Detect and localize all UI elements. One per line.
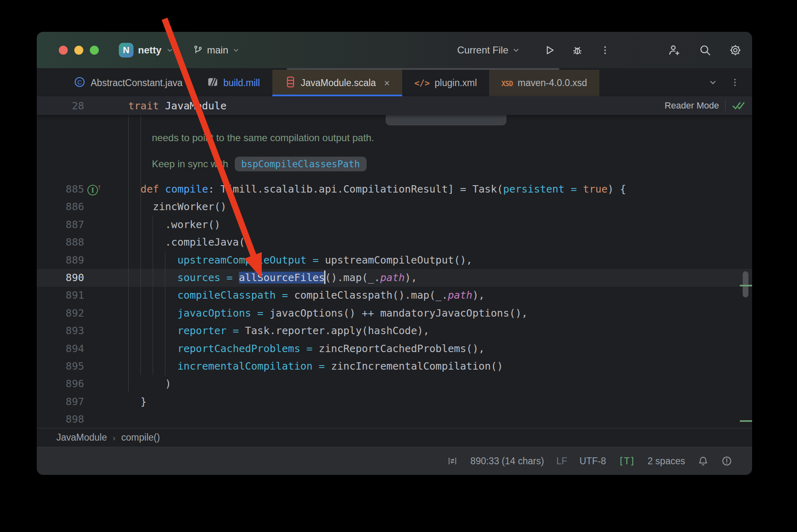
code-token: reporter = xyxy=(177,325,245,337)
line-text: incrementalCompilation = zincIncremental… xyxy=(128,357,503,375)
code-token xyxy=(128,183,140,195)
editor-scrollbar-thumb[interactable] xyxy=(743,271,748,297)
settings-gear-icon[interactable] xyxy=(729,44,742,57)
tab-label: plugin.xml xyxy=(435,78,477,89)
chevron-down-icon xyxy=(512,46,521,55)
more-actions-kebab-icon[interactable] xyxy=(600,45,610,55)
chevron-down-icon xyxy=(166,46,174,54)
code-token: upstreamCompileOutput = xyxy=(177,254,325,266)
code-token: upstreamCompileOutput(), xyxy=(325,254,472,266)
code-token: path xyxy=(448,289,472,301)
code-token: incrementalCompilation = xyxy=(177,360,331,372)
reader-mode-checks-icon[interactable] xyxy=(732,100,746,111)
vcs-branch-widget[interactable]: main xyxy=(193,32,240,68)
line-separator-widget[interactable]: LF xyxy=(556,456,567,467)
code-token: compileClasspath = xyxy=(177,289,294,301)
column-arrows-icon[interactable] xyxy=(447,455,458,467)
analyzer-mark-green xyxy=(740,285,752,286)
project-icon: N xyxy=(119,43,134,58)
ide-error-indicator-icon[interactable] xyxy=(721,455,732,467)
code-token: ), xyxy=(405,272,417,284)
breadcrumb: JavaModule › compile() xyxy=(37,428,752,447)
code-line-896[interactable]: 896 ) xyxy=(37,375,752,392)
code-token: = xyxy=(220,272,239,284)
code-token xyxy=(128,343,177,355)
run-configuration-selector[interactable]: Current File xyxy=(457,44,521,56)
code-token: sources xyxy=(177,272,220,284)
code-token: } xyxy=(128,396,147,408)
code-line-892[interactable]: 892 javacOptions = javacOptions() ++ man… xyxy=(37,304,752,322)
line-number: 898 xyxy=(37,410,84,428)
code-line-890[interactable]: 890 sources = allSourceFiles().map(_.pat… xyxy=(37,269,752,286)
breadcrumb-item-method[interactable]: compile() xyxy=(121,432,160,443)
code-token: javacOptions = xyxy=(177,307,269,319)
code-line-885[interactable]: 885 def compile: T[mill.scalalib.api.Com… xyxy=(37,180,752,198)
code-token: compileClasspath().map(_. xyxy=(294,289,447,301)
code-token: true xyxy=(583,183,608,195)
todo-badge[interactable]: [T] xyxy=(618,456,635,466)
tab-label: JavaModule.scala xyxy=(301,78,376,89)
tab-label: AbstractConstant.java xyxy=(91,78,183,89)
code-token: ) xyxy=(128,378,171,390)
tab-AbstractConstant.java[interactable]: CAbstractConstant.java xyxy=(61,70,195,96)
indent-widget[interactable]: 2 spaces xyxy=(648,456,685,467)
run-button[interactable] xyxy=(543,44,556,56)
line-number: 897 xyxy=(37,393,84,410)
code-line-886[interactable]: 886 zincWorker() xyxy=(37,198,752,215)
tab-build.mill[interactable]: build.mill xyxy=(195,70,272,96)
close-tab-icon[interactable]: × xyxy=(384,78,390,89)
tab-maven-4.0.0.xsd[interactable]: XSDmaven-4.0.0.xsd xyxy=(489,70,599,96)
debug-button[interactable] xyxy=(571,44,583,56)
code-with-me-icon[interactable] xyxy=(668,44,681,57)
code-line-891[interactable]: 891 compileClasspath = compileClasspath(… xyxy=(37,286,752,304)
minimize-window-button[interactable] xyxy=(74,46,83,55)
breadcrumb-item-class[interactable]: JavaModule xyxy=(56,432,107,443)
code-line-893[interactable]: 893 reporter = Task.reporter.apply(hashC… xyxy=(37,322,752,339)
line-number: 895 xyxy=(37,357,84,375)
line-number: 892 xyxy=(37,304,84,322)
close-window-button[interactable] xyxy=(59,46,68,55)
code-line-894[interactable]: 894 reportCachedProblems = zincReportCac… xyxy=(37,340,752,357)
line-text: } xyxy=(128,393,147,410)
line-number: 891 xyxy=(37,286,84,304)
code-token: JavaModule xyxy=(165,100,227,112)
code-token: persistent xyxy=(503,183,565,195)
line-number: 887 xyxy=(37,216,84,233)
project-widget[interactable]: N netty xyxy=(119,32,174,68)
line-text: sources = allSourceFiles().map(_.path), xyxy=(128,269,417,286)
code-line-898[interactable]: 898 xyxy=(37,410,752,428)
search-everywhere-icon[interactable] xyxy=(699,44,712,57)
encoding-widget[interactable]: UTF-8 xyxy=(579,456,606,467)
tab-label: maven-4.0.0.xsd xyxy=(518,78,587,89)
ide-window: N netty main Current File xyxy=(37,32,752,475)
line-text: zincWorker() xyxy=(128,198,227,215)
tab-options-kebab-icon[interactable] xyxy=(730,78,740,87)
code-token xyxy=(128,325,177,337)
code-line-887[interactable]: 887 .worker() xyxy=(37,216,752,233)
sticky-header-line[interactable]: 28 trait JavaModule Reader Mode xyxy=(37,96,752,115)
code-line-897[interactable]: 897 } xyxy=(37,393,752,410)
code-line-895[interactable]: 895 incrementalCompilation = zincIncreme… xyxy=(37,357,752,375)
code-token: .compileJava( xyxy=(128,236,245,248)
editor-pane[interactable]: needs to point to the same compilation o… xyxy=(37,115,752,428)
caret-position-widget[interactable]: 890:33 (14 chars) xyxy=(470,456,544,467)
reader-mode-label: Reader Mode xyxy=(665,100,719,111)
chevron-down-icon xyxy=(232,46,240,54)
traffic-lights xyxy=(59,32,99,68)
code-line-889[interactable]: 889 upstreamCompileOutput = upstreamComp… xyxy=(37,251,752,269)
line-text: javacOptions = javacOptions() ++ mandato… xyxy=(128,304,528,322)
git-branch-icon xyxy=(193,45,203,55)
zoom-window-button[interactable] xyxy=(90,46,99,55)
line-number: 888 xyxy=(37,233,84,251)
doc-comment-line: needs to point to the same compilation o… xyxy=(152,132,374,144)
code-token: zincIncrementalCompilation() xyxy=(331,360,503,372)
tab-JavaModule.scala[interactable]: JavaModule.scala× xyxy=(272,70,402,96)
branch-name: main xyxy=(207,44,228,56)
tab-plugin.xml[interactable]: </>plugin.xml xyxy=(402,70,489,96)
code-token: .worker() xyxy=(128,219,220,231)
doc-code-chip[interactable]: bspCompileClassesPath xyxy=(235,157,367,171)
code-line-888[interactable]: 888 .compileJava( xyxy=(37,233,752,251)
hidden-tabs-chevron-icon[interactable] xyxy=(708,78,718,87)
code-token: trait xyxy=(128,100,165,112)
notifications-bell-icon[interactable] xyxy=(697,455,709,467)
